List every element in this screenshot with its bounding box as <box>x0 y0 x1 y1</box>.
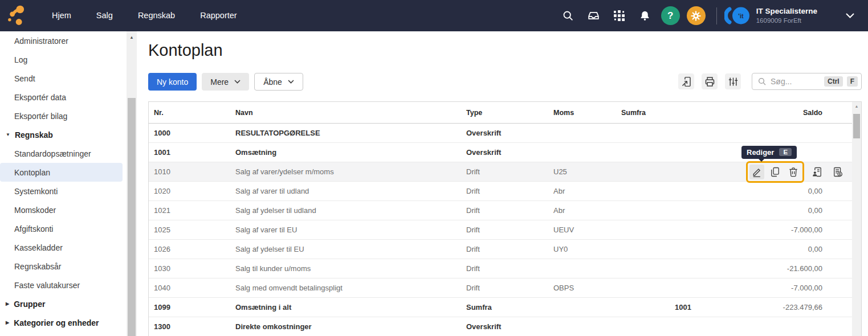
inbox-icon[interactable] <box>581 0 606 31</box>
cell-navn: Salg med omvendt betalingspligt <box>235 284 466 292</box>
cell-type: Drift <box>466 187 553 195</box>
shortcut-ctrl-badge: Ctrl <box>824 76 843 87</box>
column-header-type[interactable]: Type <box>466 109 553 117</box>
nav-item-hjem[interactable]: Hjem <box>39 0 84 31</box>
table-row[interactable]: 1300Direkte omkostningerOverskrift <box>149 317 852 336</box>
cell-navn: Omsætning i alt <box>235 303 466 312</box>
cell-navn: Salg til kunder u/moms <box>235 264 466 273</box>
table-row[interactable]: 1010Salg af varer/ydelser m/momsDriftU25… <box>149 162 852 182</box>
sidebar-item-label: Eksportér data <box>14 93 66 102</box>
export-icon[interactable] <box>678 73 694 89</box>
cell-nr: 1026 <box>149 245 235 253</box>
nav-item-regnskab[interactable]: Regnskab <box>125 0 188 31</box>
sidebar-item-afgiftskonti[interactable]: Afgiftskonti <box>0 219 123 238</box>
column-header-moms[interactable]: Moms <box>553 109 621 117</box>
cell-nr: 1025 <box>149 226 235 234</box>
triangle-down-icon: ▼ <box>6 133 10 137</box>
company-switcher[interactable]: 'it IT Specialisterne 1609009 ForEft <box>724 5 817 27</box>
edit-tooltip: Rediger E <box>741 146 797 159</box>
print-icon[interactable] <box>702 73 718 89</box>
economic-logo-icon[interactable] <box>6 4 28 28</box>
column-header-sumfra[interactable]: Sumfra <box>621 109 724 117</box>
sidebar-item-systemkonti[interactable]: Systemkonti <box>0 182 123 200</box>
cell-moms: Abr <box>553 206 621 215</box>
settings-icon[interactable] <box>687 6 706 25</box>
table-row[interactable]: 1025Salg af varer til EUDriftUEUV-7.000,… <box>149 220 852 240</box>
chevron-down-icon <box>234 80 241 84</box>
apps-icon[interactable] <box>606 0 632 31</box>
table-scrollbar[interactable]: ▲ <box>852 102 861 336</box>
sidebar-item-kategorier-og-enheder[interactable]: ▶Kategorier og enheder <box>0 313 123 332</box>
budget-person-icon[interactable] <box>810 165 825 179</box>
sidebar-item-sendt[interactable]: Sendt <box>0 69 123 88</box>
top-navbar: HjemSalgRegnskabRapporter ? <box>0 0 868 31</box>
column-header-navn[interactable]: Navn <box>235 109 466 117</box>
sidebar-scrollbar-thumb[interactable] <box>128 98 136 336</box>
copy-icon[interactable] <box>768 165 783 179</box>
search-input[interactable] <box>771 77 820 86</box>
search-input-icon <box>757 77 767 86</box>
cell-navn: Omsætning <box>235 148 466 157</box>
sidebar-item-faste-valutakurser[interactable]: Faste valutakurser <box>0 276 123 294</box>
scroll-up-arrow-icon[interactable]: ▲ <box>852 104 861 108</box>
sidebar-item-label: Grupper <box>14 300 45 309</box>
cell-nr: 1000 <box>149 129 235 137</box>
cell-type: Sumfra <box>466 303 553 312</box>
table-row[interactable]: 1040Salg med omvendt betalingspligtDrift… <box>149 278 852 298</box>
åbne-button[interactable]: Åbne <box>254 73 303 91</box>
cell-type: Overskrift <box>466 148 553 157</box>
cell-nr: 1300 <box>149 322 235 331</box>
cell-moms: OBPS <box>553 284 621 292</box>
company-number: 1609009 ForEft <box>756 17 817 24</box>
table-header: Nr.NavnTypeMomsSumfraSaldo <box>149 102 852 124</box>
sidebar-item-grupper[interactable]: ▶Grupper <box>0 294 123 313</box>
cell-moms: U25 <box>553 167 621 176</box>
filter-icon[interactable] <box>725 73 741 89</box>
notifications-icon[interactable] <box>632 0 658 31</box>
sidebar: AdministratorerLogSendtEksportér dataEks… <box>0 31 141 336</box>
button-label: Ny konto <box>157 77 188 87</box>
sidebar-item-regnskab[interactable]: ▼Regnskab <box>0 125 123 144</box>
help-icon[interactable]: ? <box>661 6 680 25</box>
edit-icon[interactable] <box>749 165 764 179</box>
cell-type: Drift <box>466 245 553 253</box>
sidebar-item-label: Systemkonti <box>14 187 58 196</box>
table-row[interactable]: 1021Salg af ydelser til udlandDriftAbr0,… <box>149 201 852 220</box>
account-statement-icon[interactable] <box>830 165 845 179</box>
sidebar-item-label: Regnskab <box>15 130 53 140</box>
cell-navn: Salg af varer til EU <box>235 226 466 234</box>
nav-item-salg[interactable]: Salg <box>84 0 125 31</box>
ny-konto-button[interactable]: Ny konto <box>148 73 197 91</box>
table-row[interactable]: 1026Salg af ydelser til EUDriftUY00,00 <box>149 240 852 259</box>
sidebar-item-administratorer[interactable]: Administratorer <box>0 31 123 50</box>
table-row[interactable]: 1030Salg til kunder u/momsDrift-21.600,0… <box>149 259 852 278</box>
column-header-saldo[interactable]: Saldo <box>724 109 852 117</box>
table-row[interactable]: 1099Omsætning i altSumfra1001-223.479,66 <box>149 298 852 317</box>
sidebar-item-regnskabsår[interactable]: Regnskabsår <box>0 257 123 276</box>
sidebar-item-kontoplan[interactable]: Kontoplan <box>0 163 123 182</box>
sidebar-item-momskoder[interactable]: Momskoder <box>0 200 123 219</box>
row-actions: Rediger E <box>746 161 845 183</box>
cell-navn: RESULTATOPGØRELSE <box>235 129 466 137</box>
cell-moms: UY0 <box>553 245 621 253</box>
sidebar-item-label: Regnskabsår <box>14 262 62 271</box>
table-row[interactable]: 1020Salg af varer til udlandDriftAbr0,00 <box>149 182 852 201</box>
sidebar-item-eksport-r-data[interactable]: Eksportér data <box>0 88 123 106</box>
scroll-up-arrow-icon[interactable]: ▲ <box>127 35 137 40</box>
nav-item-rapporter[interactable]: Rapporter <box>188 0 249 31</box>
sidebar-scrollbar[interactable]: ▲ <box>127 31 137 336</box>
sidebar-item-label: Eksportér bilag <box>14 112 67 121</box>
sidebar-item-kassekladder[interactable]: Kassekladder <box>0 238 123 257</box>
sidebar-item-standardopsætninger[interactable]: Standardopsætninger <box>0 144 123 163</box>
sidebar-item-eksport-r-bilag[interactable]: Eksportér bilag <box>0 106 123 125</box>
chevron-down-icon[interactable] <box>846 13 854 18</box>
table-scrollbar-thumb[interactable] <box>853 114 860 138</box>
mere-button[interactable]: Mere <box>202 73 249 91</box>
sidebar-item-log[interactable]: Log <box>0 50 123 69</box>
cell-nr: 1040 <box>149 284 235 292</box>
delete-icon[interactable] <box>786 165 801 179</box>
column-header-nr[interactable]: Nr. <box>149 109 235 117</box>
table-row[interactable]: 1000RESULTATOPGØRELSEOverskrift <box>149 124 852 143</box>
search-icon[interactable] <box>555 0 581 31</box>
company-name: IT Specialisterne <box>756 7 817 17</box>
